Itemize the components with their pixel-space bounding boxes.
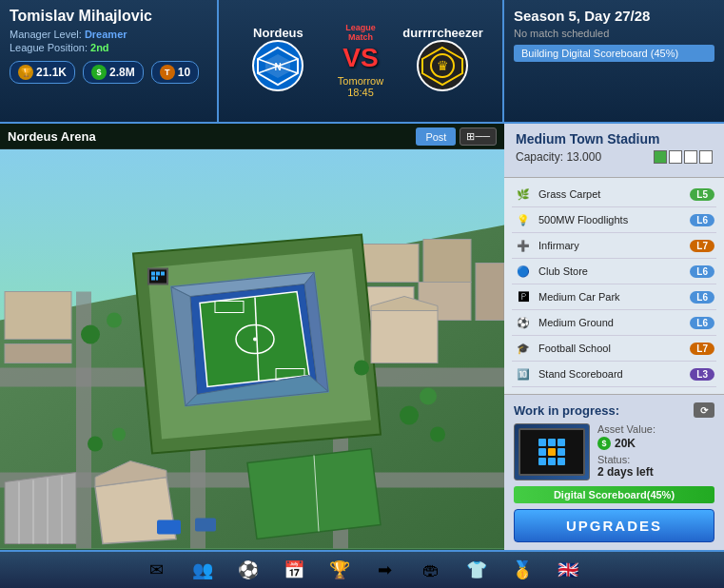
svg-rect-66 <box>156 277 158 281</box>
capacity-boxes <box>654 150 713 164</box>
svg-marker-43 <box>5 473 76 544</box>
facility-icon: 🎓 <box>514 339 533 358</box>
facility-name: Medium Car Park <box>538 291 684 303</box>
players-icon: 👥 <box>192 559 213 580</box>
facility-icon: ➕ <box>514 236 533 255</box>
facility-name: Grass Carpet <box>538 188 684 200</box>
nav-transfer[interactable]: ➡ <box>368 553 402 587</box>
facility-level: L7 <box>690 240 714 252</box>
facility-name: 500MW Floodlights <box>538 214 684 225</box>
svg-text:N: N <box>274 62 281 72</box>
facility-item[interactable]: 🔟Stand ScoreboardL3 <box>512 362 716 387</box>
ball-icon: ⚽ <box>238 559 259 580</box>
bottom-nav: ✉ 👥 ⚽ 📅 🏆 ➡ 🏟 👕 🥇 🇬🇧 <box>0 550 724 588</box>
post-button[interactable]: Post <box>416 127 456 146</box>
svg-rect-23 <box>5 344 71 363</box>
nav-calendar[interactable]: 📅 <box>277 553 311 587</box>
svg-rect-22 <box>5 292 71 340</box>
svg-point-55 <box>88 437 103 452</box>
token-stat[interactable]: T 10 <box>151 61 199 84</box>
manager-name: Tomislav Mihajlovic <box>10 8 207 25</box>
facility-icon: 🅿 <box>514 287 533 306</box>
facility-name: Club Store <box>538 265 684 277</box>
trophy-nav-icon: 🏆 <box>329 559 350 580</box>
nav-ball[interactable]: ⚽ <box>231 553 265 587</box>
svg-rect-63 <box>156 272 160 276</box>
capacity-text: Capacity: 13.000 <box>516 150 601 164</box>
facility-item[interactable]: 🌿Grass CarpetL5 <box>512 182 716 207</box>
season-progress[interactable]: Building Digital Scoreboard (45%) <box>514 45 714 62</box>
work-value-text: 20K <box>615 437 636 450</box>
facility-icon: 🔵 <box>514 262 533 281</box>
svg-point-34 <box>253 338 257 342</box>
facility-name: Medium Ground <box>538 317 684 328</box>
svg-point-57 <box>354 361 369 376</box>
svg-rect-65 <box>151 277 155 281</box>
facility-name: Football School <box>538 343 684 354</box>
capacity-row: Capacity: 13.000 <box>516 150 713 164</box>
work-toggle[interactable]: ⟳ <box>694 402 714 418</box>
upgrades-button[interactable]: UPGRADES <box>514 509 714 542</box>
dollar-icon-nav: $ <box>91 65 107 80</box>
facility-item[interactable]: ➕InfirmaryL7 <box>512 233 716 259</box>
work-preview <box>514 423 590 480</box>
match-panel: Nordeus N LeagueMatch VS Tomorrow 18:45 <box>219 0 504 122</box>
manager-level-row: Manager Level: Dreamer <box>10 29 207 40</box>
mail-icon: ✉ <box>149 559 164 580</box>
facility-level: L7 <box>690 343 714 355</box>
facility-item[interactable]: 🎓Football SchoolL7 <box>512 336 716 362</box>
nav-mail[interactable]: ✉ <box>140 553 174 587</box>
svg-point-54 <box>430 427 445 442</box>
vs-section: LeagueMatch VS Tomorrow 18:45 <box>334 24 387 98</box>
facility-item[interactable]: 🅿Medium Car ParkL6 <box>512 284 716 310</box>
stats-row: 🏆 21.1K $ 2.8M T 10 <box>10 61 207 84</box>
flag-icon: 🇬🇧 <box>558 559 578 580</box>
facility-level: L6 <box>690 214 714 226</box>
expand-button[interactable]: ⊞── <box>460 127 497 146</box>
stadium-header: Nordeus Arena Post ⊞── <box>0 124 504 149</box>
manager-position-row: League Position: 2nd <box>10 42 207 53</box>
calendar-icon: 📅 <box>284 559 304 580</box>
nav-cup[interactable]: 🥇 <box>505 553 539 587</box>
svg-rect-62 <box>151 272 155 276</box>
facility-icon: 🔟 <box>514 364 533 383</box>
capacity-box-4 <box>699 150 713 164</box>
work-status-label: Status: <box>597 454 714 465</box>
stadium-icon: 🏟 <box>422 560 440 580</box>
nav-trophy[interactable]: 🏆 <box>323 553 357 587</box>
work-asset-value: $ 20K <box>597 437 714 450</box>
season-panel: Season 5, Day 27/28 No match scheduled B… <box>504 0 724 122</box>
facility-item[interactable]: ⚽Medium GroundL6 <box>512 310 716 336</box>
fans-value: 21.1K <box>36 66 67 79</box>
svg-rect-41 <box>371 311 438 363</box>
cup-icon: 🥇 <box>512 559 533 580</box>
facility-level: L6 <box>690 291 714 304</box>
facility-item[interactable]: 💡500MW FloodlightsL6 <box>512 207 716 233</box>
token-value: 10 <box>178 66 190 79</box>
nav-flag[interactable]: 🇬🇧 <box>551 553 585 587</box>
facility-item[interactable]: 🔵Club StoreL6 <box>512 259 716 284</box>
facility-level: L5 <box>690 188 714 201</box>
money-stat[interactable]: $ 2.8M <box>83 61 144 84</box>
work-details: Asset Value: $ 20K Status: 2 days left <box>597 423 714 480</box>
svg-rect-21 <box>476 264 504 321</box>
stadium-info-title: Medium Town Stadium <box>516 131 713 147</box>
stadium-view <box>0 147 504 550</box>
nav-stadium[interactable]: 🏟 <box>414 553 448 587</box>
svg-rect-59 <box>195 519 216 532</box>
nav-players[interactable]: 👥 <box>186 553 220 587</box>
facility-icon: 💡 <box>514 210 533 229</box>
facility-name: Stand Scoreboard <box>538 368 684 380</box>
nav-shirt[interactable]: 👕 <box>460 553 494 587</box>
fans-stat[interactable]: 🏆 21.1K <box>10 61 75 84</box>
work-asset-label: Asset Value: <box>597 423 714 435</box>
work-dollar-icon: $ <box>597 437 611 450</box>
transfer-icon: ➡ <box>378 559 392 580</box>
svg-rect-17 <box>362 245 419 283</box>
capacity-box-1 <box>654 150 667 164</box>
svg-point-52 <box>400 406 419 425</box>
no-match-text: No match scheduled <box>514 28 714 39</box>
work-content: Asset Value: $ 20K Status: 2 days left <box>514 423 714 480</box>
stadium-name: Nordeus Arena <box>8 129 96 144</box>
manager-panel: Tomislav Mihajlovic Manager Level: Dream… <box>0 0 219 122</box>
